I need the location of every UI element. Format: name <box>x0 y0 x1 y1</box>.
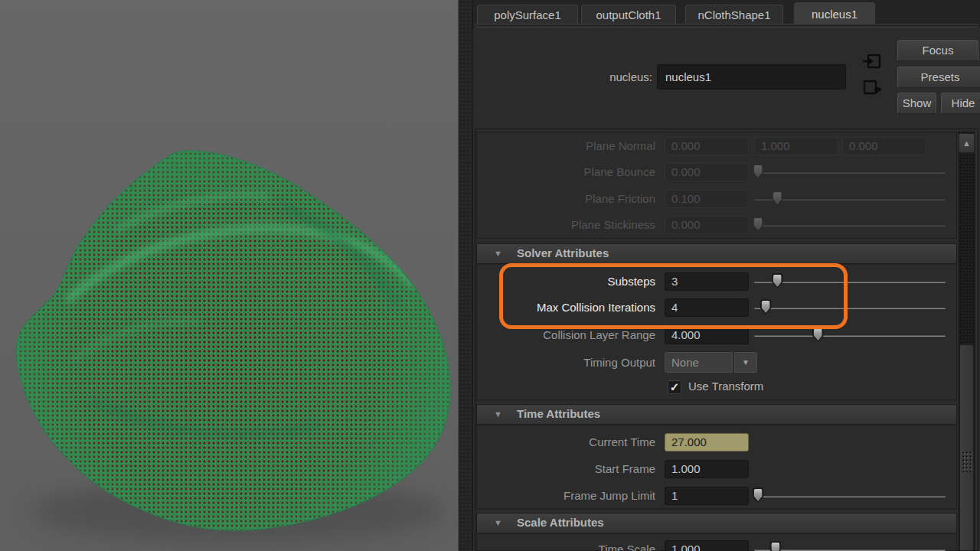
slider-track[interactable] <box>754 334 946 337</box>
dropdown-value[interactable]: None <box>665 352 733 373</box>
start-frame-label: Start Frame <box>481 460 655 478</box>
timing-output-dropdown[interactable]: None ▼ <box>665 352 757 373</box>
slider-handle[interactable] <box>753 487 764 503</box>
section-title: Time Attributes <box>517 407 600 420</box>
substeps-slider[interactable] <box>754 272 948 292</box>
hide-button[interactable]: Hide <box>941 93 980 114</box>
collapse-arrow-icon: ▼ <box>494 409 502 419</box>
plane-stickiness-slider[interactable] <box>754 215 948 235</box>
max-collision-iterations-label: Max Collision Iterations <box>481 298 655 317</box>
plane-friction-slider[interactable] <box>754 189 948 209</box>
slider-handle[interactable] <box>753 164 764 179</box>
timing-output-label: Timing Output <box>481 354 655 372</box>
slider-track[interactable] <box>754 495 946 497</box>
slider-handle[interactable] <box>753 217 764 232</box>
plane-stickiness-label: Plane Stickiness <box>481 216 655 234</box>
plane-bounce-field[interactable]: 0.000 <box>665 163 749 181</box>
tab-groove <box>475 24 978 28</box>
slider-handle[interactable] <box>772 191 783 206</box>
slider-track[interactable] <box>754 224 946 227</box>
collision-layer-range-label: Collision Layer Range <box>481 326 655 344</box>
collision-layer-range-slider[interactable] <box>754 325 948 345</box>
tab-outputcloth1[interactable]: outputCloth1 <box>581 5 676 24</box>
panel-resize-gutter[interactable] <box>458 0 473 551</box>
scrollbar-thumb[interactable] <box>959 344 974 551</box>
section-title: Solver Attributes <box>517 246 609 259</box>
attribute-editor: polySurface1 outputCloth1 nClothShape1 n… <box>473 0 980 551</box>
current-time-label: Current Time <box>481 433 655 452</box>
slider-track[interactable] <box>754 171 946 174</box>
slider-handle[interactable] <box>772 273 783 289</box>
plane-stickiness-field[interactable]: 0.000 <box>665 216 749 234</box>
use-transform-label: Use Transform <box>688 380 763 393</box>
presets-button[interactable]: Presets <box>897 67 980 88</box>
plane-normal-z-field[interactable]: 0.000 <box>842 137 926 155</box>
current-time-field[interactable]: 27.000 <box>665 433 749 452</box>
viewport-canvas[interactable] <box>0 0 458 551</box>
plane-normal-y-field[interactable]: 1.000 <box>754 137 838 155</box>
section-title: Scale Attributes <box>517 516 604 529</box>
time-scale-field[interactable]: 1.000 <box>665 540 749 551</box>
node-name-input[interactable]: nucleus1 <box>657 64 846 90</box>
slider-track[interactable] <box>754 307 946 309</box>
time-attributes-header[interactable]: ▼ Time Attributes <box>476 404 957 425</box>
plane-bounce-slider[interactable] <box>754 162 948 182</box>
check-icon: ✓ <box>670 380 680 393</box>
maya-window: polySurface1 outputCloth1 nClothShape1 n… <box>0 0 980 551</box>
arrow-up-icon: ▲ <box>962 139 971 148</box>
scroll-up-button[interactable]: ▲ <box>959 133 975 153</box>
start-frame-field[interactable]: 1.000 <box>665 460 749 478</box>
slider-handle[interactable] <box>769 541 781 551</box>
scrollbar-grip-icon <box>962 451 972 472</box>
tab-polysurface1[interactable]: polySurface1 <box>477 5 578 24</box>
collapse-arrow-icon: ▼ <box>494 518 502 527</box>
substeps-field[interactable]: 3 <box>665 272 749 291</box>
plane-friction-field[interactable]: 0.100 <box>665 190 749 208</box>
plane-normal-x-field[interactable]: 0.000 <box>665 137 749 155</box>
tab-nucleus1[interactable]: nucleus1 <box>794 2 875 25</box>
use-transform-checkbox[interactable]: ✓ <box>668 380 681 394</box>
focus-button[interactable]: Focus <box>897 40 978 61</box>
collapse-arrow-icon: ▼ <box>494 249 502 258</box>
plane-friction-label: Plane Friction <box>481 190 655 208</box>
chevron-down-icon[interactable]: ▼ <box>734 352 757 373</box>
scale-attributes-header[interactable]: ▼ Scale Attributes <box>476 513 957 533</box>
slider-handle[interactable] <box>812 327 824 342</box>
slider-handle[interactable] <box>760 299 772 315</box>
max-collision-iterations-field[interactable]: 4 <box>665 298 749 317</box>
max-collision-iterations-slider[interactable] <box>754 298 948 318</box>
solver-attributes-header[interactable]: ▼ Solver Attributes <box>476 243 957 264</box>
time-scale-slider[interactable] <box>754 540 948 551</box>
frame-jump-limit-label: Frame Jump Limit <box>481 487 655 505</box>
substeps-label: Substeps <box>481 272 655 291</box>
ncloth-mesh <box>0 0 458 551</box>
plane-normal-label: Plane Normal <box>481 137 655 155</box>
node-type-label: nucleus: <box>478 70 652 83</box>
connect-output-icon[interactable] <box>861 77 883 98</box>
frame-jump-limit-slider[interactable] <box>754 486 948 506</box>
tab-nclothshape1[interactable]: nClothShape1 <box>685 5 783 24</box>
plane-bounce-label: Plane Bounce <box>481 163 655 181</box>
collision-layer-range-field[interactable]: 4.000 <box>665 326 749 344</box>
connect-input-icon[interactable] <box>861 51 883 72</box>
show-button[interactable]: Show <box>897 93 936 114</box>
frame-jump-limit-field[interactable]: 1 <box>665 487 749 505</box>
time-scale-label: Time Scale <box>481 540 655 551</box>
